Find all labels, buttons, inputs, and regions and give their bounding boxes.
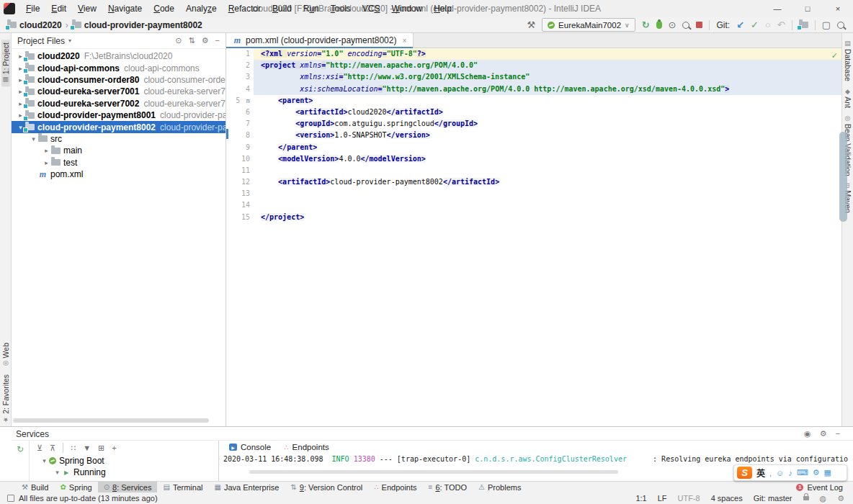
- gutter-line-14[interactable]: 14: [226, 199, 250, 211]
- soft-keyboard-icon[interactable]: ⌨: [797, 468, 808, 477]
- sogou-logo-icon[interactable]: S: [737, 467, 752, 479]
- toolbox-icon[interactable]: ▦: [824, 468, 831, 477]
- status-lf[interactable]: LF: [658, 494, 667, 503]
- tool-window-button-version-control[interactable]: ⇅9: Version Control: [285, 482, 368, 492]
- menu-refactor[interactable]: Refactor: [223, 0, 267, 17]
- tree-item-cloud-api-commons[interactable]: ▸cloud-api-commonscloud-api-commons: [12, 62, 225, 73]
- breadcrumb-cloud2020[interactable]: cloud2020: [7, 20, 62, 30]
- stripe-2-favorites[interactable]: ★ 2: Favorites: [1, 374, 10, 423]
- gutter-line-7[interactable]: 7: [226, 118, 250, 130]
- tree-item-cloud-eureka-server7001[interactable]: ▸cloud-eureka-server7001cloud-eureka-ser…: [12, 86, 225, 97]
- tree-item-main[interactable]: ▸main: [12, 145, 225, 156]
- restore-layout-icon[interactable]: ▢: [822, 20, 831, 30]
- tree-item-cloud-eureka-server7002[interactable]: ▸cloud-eureka-server7002cloud-eureka-ser…: [12, 98, 225, 109]
- project-view-selector[interactable]: Project Files: [17, 36, 65, 46]
- tree-item-cloud2020[interactable]: ▸cloud2020F:\JetBrains\cloud2020: [12, 50, 225, 62]
- stripe-1-project[interactable]: ▦ 1: Project: [1, 40, 10, 86]
- chevron-right-icon[interactable]: ▸: [42, 147, 51, 154]
- commit-button[interactable]: ✓: [751, 20, 759, 30]
- collapse-all-icon[interactable]: ⊼: [50, 444, 55, 453]
- inspections-ok-icon[interactable]: ✓: [831, 51, 838, 60]
- chevron-down-icon[interactable]: ▾: [53, 469, 62, 476]
- status-1-1[interactable]: 1:1: [635, 494, 646, 503]
- tool-window-button-todo[interactable]: ≡6: TODO: [423, 482, 473, 492]
- gutter-line-2[interactable]: 2: [226, 60, 250, 71]
- rerun-icon[interactable]: ↻: [17, 444, 24, 454]
- tree-item-cloud-consumer-order80[interactable]: ▸cloud-consumer-order80cloud-consumer-or…: [12, 74, 225, 86]
- view-options-icon[interactable]: ◉: [804, 429, 811, 438]
- services-item-spring-boot[interactable]: ▾Spring Boot: [30, 455, 218, 467]
- menu-file[interactable]: File: [20, 0, 45, 17]
- run-with-coverage-button[interactable]: ⊙: [669, 20, 676, 30]
- tree-item-cloud-provider-payment8002[interactable]: ▾cloud-provider-payment8002cloud-provide…: [12, 121, 225, 132]
- hide-panel-icon[interactable]: −: [836, 429, 840, 438]
- expand-all-icon[interactable]: ⊻: [37, 444, 43, 453]
- stripe-database[interactable]: ▤ Database: [844, 40, 852, 81]
- gutter-line-8[interactable]: 8: [226, 130, 250, 141]
- close-button[interactable]: ×: [823, 0, 853, 17]
- collapse-all-icon[interactable]: ⇅: [188, 36, 195, 45]
- status-git-master[interactable]: Git: master: [754, 494, 792, 503]
- punctuation-icon[interactable]: ,: [769, 469, 772, 477]
- tool-window-button-services[interactable]: ⊙8: Services: [98, 482, 158, 492]
- skin-icon[interactable]: ⚙: [813, 468, 820, 477]
- tool-window-button-build[interactable]: ⚒Build: [16, 482, 54, 492]
- gutter-line-4[interactable]: 4: [226, 84, 250, 95]
- rollback-button[interactable]: ↶: [777, 20, 785, 30]
- console-horizontal-scrollbar[interactable]: [249, 470, 618, 474]
- gutter-line-15[interactable]: 15: [226, 212, 250, 223]
- status-4-spaces[interactable]: 4 spaces: [711, 494, 743, 503]
- voice-input-icon[interactable]: ♪: [788, 469, 792, 477]
- menu-window[interactable]: Window: [385, 0, 428, 17]
- stop-button[interactable]: [696, 22, 702, 28]
- maximize-button[interactable]: □: [792, 0, 823, 17]
- debug-button[interactable]: [656, 21, 662, 29]
- horizontal-scrollbar[interactable]: [13, 418, 209, 423]
- menu-run[interactable]: Run: [298, 0, 325, 17]
- gutter-line-3[interactable]: 3: [226, 71, 250, 83]
- tree-item-pom-xml[interactable]: mpom.xml: [12, 168, 225, 180]
- tool-window-button-java-enterprise[interactable]: ▦Java Enterprise: [208, 482, 285, 492]
- menu-vcs[interactable]: VCS: [357, 0, 386, 17]
- gutter-line-6[interactable]: 6: [226, 107, 250, 118]
- gutter-line-10[interactable]: 10: [226, 153, 250, 165]
- breadcrumb-cloud-provider-payment8002[interactable]: cloud-provider-payment8002: [72, 20, 202, 30]
- group-by-icon[interactable]: ∷: [71, 444, 76, 453]
- editor-tab-pom-xml[interactable]: m pom.xml (cloud-provider-payment8002) ×: [226, 33, 414, 48]
- chevron-down-icon[interactable]: ▾: [40, 457, 49, 464]
- tree-item-cloud-provider-payment8001[interactable]: ▸cloud-provider-payment8001cloud-provide…: [12, 109, 225, 121]
- menu-help[interactable]: Help: [428, 0, 457, 17]
- menu-tools[interactable]: Tools: [325, 0, 357, 17]
- gutter-line-13[interactable]: 13: [226, 188, 250, 199]
- gutter-line-5[interactable]: 5 m: [226, 95, 250, 107]
- minimize-button[interactable]: —: [762, 0, 792, 17]
- indexing-gear-icon[interactable]: ⚙: [837, 494, 844, 503]
- tool-window-button-spring[interactable]: ✿Spring: [54, 482, 97, 492]
- readonly-lock-icon[interactable]: [803, 496, 809, 500]
- menu-analyze[interactable]: Analyze: [180, 0, 223, 17]
- tool-window-button-endpoints[interactable]: ∴Endpoints: [368, 482, 422, 492]
- tree-item-src[interactable]: ▾src: [12, 133, 225, 145]
- gutter-line-11[interactable]: 11: [226, 165, 250, 176]
- gutter-line-9[interactable]: 9: [226, 142, 250, 153]
- search-everywhere-icon[interactable]: [837, 22, 844, 29]
- menu-edit[interactable]: Edit: [45, 0, 72, 17]
- stripe-web[interactable]: ◎ Web: [1, 343, 10, 367]
- settings-gear-icon[interactable]: ⚙: [202, 36, 209, 45]
- console-tab-console[interactable]: ▶Console: [223, 441, 277, 454]
- notifications-bell-icon[interactable]: ◍: [820, 494, 827, 503]
- gutter-line-1[interactable]: 1: [226, 48, 250, 60]
- hide-panel-icon[interactable]: −: [215, 36, 220, 45]
- filter-icon[interactable]: ▼: [83, 444, 91, 452]
- close-tab-icon[interactable]: ×: [402, 37, 406, 45]
- ime-language-toggle[interactable]: 英: [756, 467, 765, 479]
- stripe-ant[interactable]: ◆ Ant: [844, 88, 852, 108]
- emoji-icon[interactable]: ☺: [776, 469, 784, 477]
- update-project-button[interactable]: ↙: [736, 20, 744, 30]
- menu-code[interactable]: Code: [148, 0, 180, 17]
- editor-gutter[interactable]: 12345 m6789101112131415: [226, 48, 254, 223]
- tool-window-button-problems[interactable]: ⚠Problems: [473, 482, 527, 492]
- console-tab-endpoints[interactable]: ∴Endpoints: [278, 441, 335, 454]
- add-service-icon[interactable]: ⊞: [98, 444, 104, 453]
- run-configuration-select[interactable]: EurekaMain7002 ∨: [542, 18, 635, 32]
